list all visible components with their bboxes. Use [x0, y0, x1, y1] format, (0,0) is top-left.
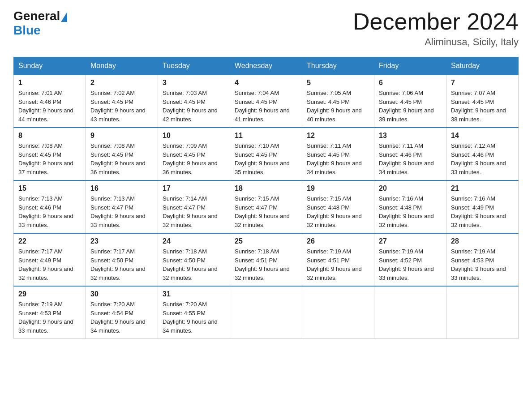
day-number: 8 [18, 132, 81, 140]
day-info: Sunrise: 7:19 AMSunset: 4:53 PMDaylight:… [18, 301, 73, 334]
weekday-header-row: Sunday Monday Tuesday Wednesday Thursday… [14, 57, 519, 75]
table-row [230, 286, 302, 339]
day-info: Sunrise: 7:04 AMSunset: 4:45 PMDaylight:… [235, 90, 290, 123]
table-row: 3 Sunrise: 7:03 AMSunset: 4:45 PMDayligh… [158, 75, 230, 128]
week-row-4: 22 Sunrise: 7:17 AMSunset: 4:49 PMDaylig… [14, 233, 519, 286]
table-row: 23 Sunrise: 7:17 AMSunset: 4:50 PMDaylig… [86, 233, 158, 286]
day-number: 3 [163, 79, 225, 87]
day-info: Sunrise: 7:20 AMSunset: 4:54 PMDaylight:… [90, 301, 146, 334]
calendar-table: Sunday Monday Tuesday Wednesday Thursday… [13, 57, 519, 339]
day-number: 19 [307, 184, 369, 193]
day-number: 16 [90, 184, 153, 193]
day-number: 27 [379, 237, 442, 245]
day-info: Sunrise: 7:18 AMSunset: 4:51 PMDaylight:… [235, 248, 290, 281]
day-info: Sunrise: 7:08 AMSunset: 4:45 PMDaylight:… [90, 142, 146, 176]
header-friday: Friday [374, 57, 446, 75]
table-row: 19 Sunrise: 7:15 AMSunset: 4:48 PMDaylig… [302, 180, 374, 233]
week-row-1: 1 Sunrise: 7:01 AMSunset: 4:46 PMDayligh… [14, 75, 519, 128]
day-number: 21 [451, 184, 514, 193]
day-number: 29 [18, 290, 81, 298]
table-row: 17 Sunrise: 7:14 AMSunset: 4:47 PMDaylig… [158, 180, 230, 233]
table-row: 25 Sunrise: 7:18 AMSunset: 4:51 PMDaylig… [230, 233, 302, 286]
day-info: Sunrise: 7:08 AMSunset: 4:45 PMDaylight:… [18, 142, 73, 176]
day-info: Sunrise: 7:15 AMSunset: 4:48 PMDaylight:… [307, 195, 362, 228]
header-monday: Monday [86, 57, 158, 75]
day-info: Sunrise: 7:06 AMSunset: 4:45 PMDaylight:… [379, 90, 434, 123]
day-number: 17 [163, 184, 225, 193]
logo-general-text: General [13, 9, 60, 23]
day-number: 20 [379, 184, 442, 193]
day-number: 26 [307, 237, 369, 245]
day-info: Sunrise: 7:20 AMSunset: 4:55 PMDaylight:… [163, 301, 218, 334]
header-sunday: Sunday [14, 57, 86, 75]
title-block: December 2024 Aliminusa, Sicily, Italy [353, 9, 519, 48]
day-number: 15 [18, 184, 81, 193]
day-info: Sunrise: 7:16 AMSunset: 4:49 PMDaylight:… [451, 195, 506, 228]
day-info: Sunrise: 7:02 AMSunset: 4:45 PMDaylight:… [90, 90, 146, 123]
table-row [374, 286, 446, 339]
day-info: Sunrise: 7:11 AMSunset: 4:45 PMDaylight:… [307, 142, 362, 176]
logo-triangle-icon [61, 12, 67, 22]
day-info: Sunrise: 7:03 AMSunset: 4:45 PMDaylight:… [163, 90, 218, 123]
table-row: 10 Sunrise: 7:09 AMSunset: 4:45 PMDaylig… [158, 128, 230, 180]
logo: General Blue [13, 9, 68, 38]
table-row: 24 Sunrise: 7:18 AMSunset: 4:50 PMDaylig… [158, 233, 230, 286]
month-title: December 2024 [353, 9, 519, 34]
table-row: 8 Sunrise: 7:08 AMSunset: 4:45 PMDayligh… [14, 128, 86, 180]
table-row: 13 Sunrise: 7:11 AMSunset: 4:46 PMDaylig… [374, 128, 446, 180]
day-number: 6 [379, 79, 442, 87]
day-number: 12 [307, 132, 369, 140]
day-number: 31 [163, 290, 225, 298]
day-number: 10 [163, 132, 225, 140]
table-row: 6 Sunrise: 7:06 AMSunset: 4:45 PMDayligh… [374, 75, 446, 128]
header-tuesday: Tuesday [158, 57, 230, 75]
day-number: 5 [307, 79, 369, 87]
day-info: Sunrise: 7:11 AMSunset: 4:46 PMDaylight:… [379, 142, 434, 176]
table-row: 21 Sunrise: 7:16 AMSunset: 4:49 PMDaylig… [446, 180, 519, 233]
table-row: 27 Sunrise: 7:19 AMSunset: 4:52 PMDaylig… [374, 233, 446, 286]
day-info: Sunrise: 7:07 AMSunset: 4:45 PMDaylight:… [451, 90, 506, 123]
day-info: Sunrise: 7:16 AMSunset: 4:48 PMDaylight:… [379, 195, 434, 228]
day-number: 28 [451, 237, 514, 245]
week-row-5: 29 Sunrise: 7:19 AMSunset: 4:53 PMDaylig… [14, 286, 519, 339]
day-info: Sunrise: 7:13 AMSunset: 4:47 PMDaylight:… [90, 195, 146, 228]
logo-blue-text: Blue [13, 23, 41, 37]
table-row: 14 Sunrise: 7:12 AMSunset: 4:46 PMDaylig… [446, 128, 519, 180]
header-wednesday: Wednesday [230, 57, 302, 75]
day-number: 14 [451, 132, 514, 140]
table-row: 22 Sunrise: 7:17 AMSunset: 4:49 PMDaylig… [14, 233, 86, 286]
table-row: 7 Sunrise: 7:07 AMSunset: 4:45 PMDayligh… [446, 75, 519, 128]
day-info: Sunrise: 7:09 AMSunset: 4:45 PMDaylight:… [163, 142, 218, 176]
table-row: 9 Sunrise: 7:08 AMSunset: 4:45 PMDayligh… [86, 128, 158, 180]
day-info: Sunrise: 7:12 AMSunset: 4:46 PMDaylight:… [451, 142, 506, 176]
day-number: 9 [90, 132, 153, 140]
week-row-3: 15 Sunrise: 7:13 AMSunset: 4:46 PMDaylig… [14, 180, 519, 233]
day-info: Sunrise: 7:19 AMSunset: 4:51 PMDaylight:… [307, 248, 362, 281]
table-row: 1 Sunrise: 7:01 AMSunset: 4:46 PMDayligh… [14, 75, 86, 128]
table-row: 30 Sunrise: 7:20 AMSunset: 4:54 PMDaylig… [86, 286, 158, 339]
table-row: 29 Sunrise: 7:19 AMSunset: 4:53 PMDaylig… [14, 286, 86, 339]
day-number: 2 [90, 79, 153, 87]
day-info: Sunrise: 7:17 AMSunset: 4:50 PMDaylight:… [90, 248, 146, 281]
table-row: 15 Sunrise: 7:13 AMSunset: 4:46 PMDaylig… [14, 180, 86, 233]
day-info: Sunrise: 7:19 AMSunset: 4:53 PMDaylight:… [451, 248, 506, 281]
day-number: 24 [163, 237, 225, 245]
table-row: 26 Sunrise: 7:19 AMSunset: 4:51 PMDaylig… [302, 233, 374, 286]
day-info: Sunrise: 7:10 AMSunset: 4:45 PMDaylight:… [235, 142, 290, 176]
day-info: Sunrise: 7:14 AMSunset: 4:47 PMDaylight:… [163, 195, 218, 228]
day-number: 7 [451, 79, 514, 87]
day-number: 23 [90, 237, 153, 245]
week-row-2: 8 Sunrise: 7:08 AMSunset: 4:45 PMDayligh… [14, 128, 519, 180]
table-row: 12 Sunrise: 7:11 AMSunset: 4:45 PMDaylig… [302, 128, 374, 180]
page-header: General Blue December 2024 Aliminusa, Si… [13, 9, 519, 48]
day-info: Sunrise: 7:05 AMSunset: 4:45 PMDaylight:… [307, 90, 362, 123]
table-row: 4 Sunrise: 7:04 AMSunset: 4:45 PMDayligh… [230, 75, 302, 128]
day-info: Sunrise: 7:15 AMSunset: 4:47 PMDaylight:… [235, 195, 290, 228]
day-number: 18 [235, 184, 297, 193]
table-row: 28 Sunrise: 7:19 AMSunset: 4:53 PMDaylig… [446, 233, 519, 286]
header-thursday: Thursday [302, 57, 374, 75]
table-row: 20 Sunrise: 7:16 AMSunset: 4:48 PMDaylig… [374, 180, 446, 233]
day-number: 1 [18, 79, 81, 87]
table-row: 18 Sunrise: 7:15 AMSunset: 4:47 PMDaylig… [230, 180, 302, 233]
table-row: 31 Sunrise: 7:20 AMSunset: 4:55 PMDaylig… [158, 286, 230, 339]
